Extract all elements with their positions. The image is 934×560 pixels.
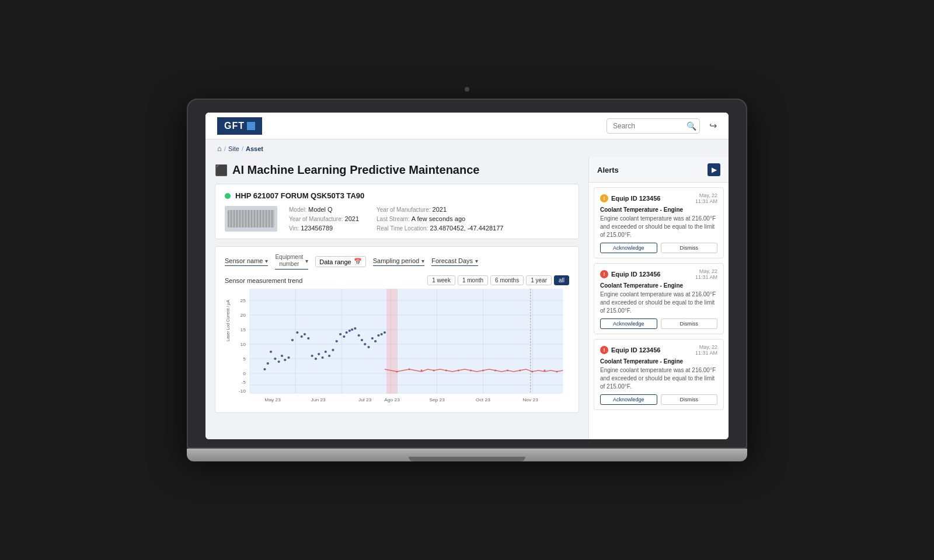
title-icon: ⬛ <box>215 164 228 177</box>
svg-point-55 <box>346 331 348 334</box>
search-input[interactable] <box>607 118 700 134</box>
equipment-number-filter[interactable]: Equipmentnumber ▾ <box>275 254 308 270</box>
alert-error-icon: ! <box>600 270 608 278</box>
svg-point-72 <box>445 370 447 372</box>
svg-point-33 <box>267 362 269 365</box>
alert-item-header: ! Equip ID 123456 May, 22 11:31 AM <box>600 344 717 356</box>
svg-point-47 <box>318 353 320 355</box>
alert-dismiss-button[interactable]: Dismiss <box>661 318 718 329</box>
svg-point-45 <box>311 355 313 357</box>
svg-point-35 <box>274 358 276 360</box>
svg-point-43 <box>304 333 306 335</box>
forecast-days-label: Forecast Days <box>431 257 473 264</box>
alert-description: Engine coolant temperature was at 216.00… <box>600 366 717 391</box>
svg-point-49 <box>325 351 327 353</box>
logo: GFT <box>217 117 262 135</box>
alert-equip-row: ! Equip ID 123456 <box>600 194 660 202</box>
svg-text:Jun 23: Jun 23 <box>311 397 326 402</box>
alerts-expand-icon: ▶ <box>712 166 717 174</box>
svg-text:20: 20 <box>240 313 246 318</box>
svg-point-39 <box>287 356 290 359</box>
svg-point-42 <box>301 335 303 338</box>
svg-text:5: 5 <box>243 356 246 362</box>
svg-text:Sep 23: Sep 23 <box>429 397 445 402</box>
svg-text:10: 10 <box>240 342 246 347</box>
search-icon: 🔍 <box>686 121 696 131</box>
svg-point-61 <box>364 343 366 345</box>
svg-point-48 <box>321 356 323 359</box>
year-mfr-row: Year of Manufacture: 2021 <box>289 215 359 222</box>
svg-point-44 <box>307 337 309 340</box>
sampling-period-chevron-icon: ▾ <box>421 258 424 264</box>
breadcrumb-sep1: / <box>224 145 226 152</box>
period-1month-button[interactable]: 1 month <box>458 275 488 285</box>
year-mfr2-label: Year of Manufacture: <box>377 206 430 213</box>
svg-text:Ago 23: Ago 23 <box>384 397 400 402</box>
svg-point-81 <box>556 371 557 373</box>
alert-date: May, 22 11:31 AM <box>695 268 717 280</box>
svg-point-65 <box>377 334 379 337</box>
alert-dismiss-button[interactable]: Dismiss <box>661 243 718 253</box>
chart-title: Sensor measurement trend <box>225 277 302 284</box>
sampling-period-label: Sampling period <box>373 257 420 264</box>
forecast-days-chevron-icon: ▾ <box>475 258 478 264</box>
period-1week-button[interactable]: 1 week <box>427 275 455 285</box>
svg-text:15: 15 <box>240 327 246 332</box>
alert-type-label: Coolant Temperature - Engine <box>600 206 717 213</box>
period-1year-button[interactable]: 1 year <box>526 275 552 285</box>
svg-text:-10: -10 <box>239 388 246 394</box>
svg-point-38 <box>284 359 286 361</box>
svg-text:Jul 23: Jul 23 <box>358 397 372 402</box>
period-6months-button[interactable]: 6 months <box>490 275 524 285</box>
alerts-panel: Alerts ▶ ! Equip ID 1 <box>588 158 729 439</box>
year-mfr-label: Year of Manufacture: <box>289 216 343 222</box>
svg-rect-14 <box>386 289 398 394</box>
last-stream-row: Last Stream: A few seconds ago <box>377 215 503 222</box>
period-buttons: 1 week 1 month 6 months 1 year all <box>427 275 569 285</box>
breadcrumb-site[interactable]: Site <box>228 145 239 152</box>
breadcrumb-asset: Asset <box>246 145 263 152</box>
vin-value: 123456789 <box>301 225 333 232</box>
svg-point-77 <box>507 370 508 372</box>
forecast-days-filter[interactable]: Forecast Days ▾ <box>431 257 478 266</box>
search-input-wrap: 🔍 <box>607 118 700 134</box>
calendar-icon: 📅 <box>354 258 362 265</box>
asset-card: HHP 621007 FORUM QSK50T3 TA90 Model: <box>215 184 579 239</box>
svg-text:Laser Lod Current / μA: Laser Lod Current / μA <box>226 300 231 341</box>
real-time-value: 23.4870452, -47.4428177 <box>430 225 503 232</box>
svg-point-46 <box>315 358 317 360</box>
breadcrumb: ⌂ / Site / Asset <box>205 139 729 158</box>
alert-equip-row: ! Equip ID 123456 <box>600 346 660 354</box>
alert-type-label: Coolant Temperature - Engine <box>600 282 717 289</box>
svg-text:0: 0 <box>243 371 246 376</box>
alert-dismiss-button[interactable]: Dismiss <box>661 394 718 405</box>
alert-item: ! Equip ID 123456 May, 22 11:31 AM Coola… <box>594 339 724 410</box>
svg-point-67 <box>384 331 386 334</box>
search-icon-button[interactable]: 🔍 <box>686 121 696 131</box>
period-all-button[interactable]: all <box>554 275 569 285</box>
sensor-name-filter[interactable]: Sensor name ▾ <box>225 257 268 266</box>
alert-date: May, 22 11:31 AM <box>695 344 717 356</box>
sampling-period-filter[interactable]: Sampling period ▾ <box>373 257 425 266</box>
svg-point-73 <box>458 370 459 372</box>
logout-button[interactable]: ↪ <box>709 120 717 131</box>
asset-name: HHP 621007 FORUM QSK50T3 TA90 <box>235 191 364 200</box>
alert-acknowledge-button[interactable]: Acknowledge <box>600 318 657 329</box>
svg-point-64 <box>374 340 377 342</box>
content-area: ⬛ AI Machine Learning Predictive Mainten… <box>205 158 588 439</box>
search-area: 🔍 ↪ <box>607 118 717 134</box>
asset-body: Model: Model Q Year of Manufacture: 2021 <box>225 206 569 232</box>
breadcrumb-home-icon[interactable]: ⌂ <box>217 144 222 153</box>
asset-image-lines <box>228 210 274 228</box>
alert-equip-id: Equip ID 123456 <box>611 271 660 278</box>
alerts-expand-button[interactable]: ▶ <box>708 163 720 176</box>
svg-point-60 <box>361 339 363 341</box>
alert-acknowledge-button[interactable]: Acknowledge <box>600 394 657 405</box>
alert-error-icon: ! <box>600 346 608 354</box>
svg-point-68 <box>396 371 398 373</box>
alert-acknowledge-button[interactable]: Acknowledge <box>600 243 657 253</box>
alert-item: ! Equip ID 123456 May, 22 11:31 AM Coola… <box>594 263 724 334</box>
year-mfr2-value: 2021 <box>433 206 447 213</box>
data-range-filter[interactable]: Data range 📅 <box>315 256 365 267</box>
svg-point-62 <box>367 346 370 348</box>
